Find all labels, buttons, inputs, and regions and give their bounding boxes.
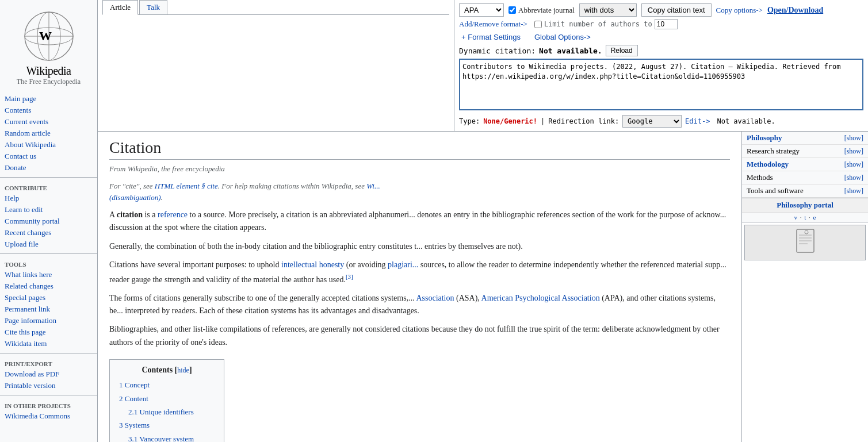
contents-list: 1 Concept 2 Content 2.1 Unique identifie… [119,378,215,442]
add-remove-format-link[interactable]: Add/Remove format-> [459,20,527,29]
intellectual-honesty-link[interactable]: intellectual honesty [281,260,344,269]
tab-talk[interactable]: Talk [139,0,167,14]
sidebar-item-random-article[interactable]: Random article [0,128,97,139]
sidebar-item-contents[interactable]: Contents [0,105,97,116]
sidebar-item-related-changes[interactable]: Related changes [0,280,97,292]
sidebar-item-about-wikipedia[interactable]: About Wikipedia [0,139,97,151]
from-wiki: From Wikipedia, the free encyclopedia [109,164,730,174]
sidebar-item-printable-version[interactable]: Printable version [0,380,97,391]
dynamic-citation-label: Dynamic citation: [459,47,536,55]
html-element-link[interactable]: HTML element § cite [155,182,218,190]
other-projects-heading: In other projects [0,400,97,410]
format-select[interactable]: APA MLA Chicago Harvard [459,3,504,17]
tab-article[interactable]: Article [102,0,138,15]
abbreviate-label[interactable]: Abbreviate journal [508,6,575,15]
apa-link[interactable]: American Psychological Association [481,294,600,302]
sidebar-item-what-links-here[interactable]: What links here [0,269,97,280]
sidebar-item-recent-changes[interactable]: Recent changes [0,227,97,239]
format-settings-button[interactable]: + Format Settings [459,32,523,43]
para-4: The forms of citations generally subscri… [109,292,730,318]
contents-link-1[interactable]: 1 Concept [119,380,150,389]
contents-link-31[interactable]: 3.1 Vancouver system [128,435,194,442]
sidebar-item-special-pages[interactable]: Special pages [0,292,97,303]
sidebar-item-wikidata-item[interactable]: Wikidata item [0,338,97,349]
vtl-t-link[interactable]: t [804,214,806,221]
abbreviate-text: Abbreviate journal [518,6,575,15]
sidebar-item-upload-file[interactable]: Upload file [0,239,97,250]
sidebar-right-row-3: Methods [show] [742,171,868,185]
para-2: Generally, the combination of both the i… [109,240,730,253]
limit-authors-checkbox[interactable] [534,21,542,28]
wiki-logo: W Wikipedia The Free Encyclopedia [0,5,97,89]
sr-label-tools: Tools and software [747,186,804,195]
edit-link[interactable]: Edit-> [685,117,710,125]
sidebar-item-community-portal[interactable]: Community portal [0,216,97,227]
list-item: 1 Concept [119,378,215,391]
copy-citation-button[interactable]: Copy citation text [641,3,712,17]
not-available-text: Not available. [717,117,775,125]
main-area: Article Talk APA MLA Chicago Harvard [98,0,868,442]
para-5: Bibliographies, and other list-like comp… [109,323,730,349]
copy-options-link[interactable]: Copy options-> [716,6,763,15]
type-label: Type: [459,117,480,125]
reference-link[interactable]: reference [158,210,188,219]
limit-authors-row: Limit number of authors to [534,19,678,29]
type-row: Type: None/Generic! | Redirection link: … [459,115,863,128]
sidebar-item-learn-to-edit[interactable]: Learn to edit [0,204,97,216]
list-item: 3.1 Vancouver system [119,432,215,442]
sidebar-item-permanent-link[interactable]: Permanent link [0,303,97,315]
sidebar-right-row-2: Methodology [show] [742,158,868,171]
sr-show-methodology[interactable]: [show] [844,160,863,169]
nav-section-main: Main page Contents Current events Random… [0,93,97,174]
wikipedia-subtitle: The Free Encyclopedia [5,78,93,86]
sr-show-tools[interactable]: [show] [844,187,863,195]
article-content: Citation From Wikipedia, the free encycl… [98,132,741,442]
open-download-link[interactable]: Open/Download [767,6,823,15]
sidebar-item-main-page[interactable]: Main page [0,93,97,105]
contents-hide-link[interactable]: hide [177,366,189,374]
wikipedia-globe-icon: W [23,10,75,62]
nav-section-print: Print/export Download as PDF Printable v… [0,358,97,391]
contents-link-2[interactable]: 2 Content [119,394,148,403]
sr-show-methods[interactable]: [show] [844,174,863,182]
thumbnail-image [745,225,865,260]
print-heading: Print/export [0,358,97,368]
contents-link-21[interactable]: 2.1 Unique identifiers [128,408,194,416]
wiki-cite-link[interactable]: Wi... [366,182,380,190]
vtl-e-link[interactable]: e [813,214,816,221]
asa-link[interactable]: Association [416,294,454,302]
redirect-select[interactable]: Google Bing DuckDuckGo [622,115,682,128]
nav-section-tools: Tools What links here Related changes Sp… [0,259,97,349]
sidebar-divider-2 [0,253,97,254]
sidebar-item-page-information[interactable]: Page information [0,315,97,326]
sr-portal[interactable]: Philosophy portal [742,198,868,212]
plagiarism-link[interactable]: plagiari... [388,260,418,269]
with-dots-select[interactable]: with dots without dots [579,3,637,17]
sidebar-item-help[interactable]: Help [0,193,97,204]
sidebar-item-contact-us[interactable]: Contact us [0,151,97,162]
sidebar-item-download-pdf[interactable]: Download as PDF [0,368,97,380]
article-intro: For "cite", see HTML element § cite. For… [109,180,730,203]
sidebar-item-cite-this-page[interactable]: Cite this page [0,326,97,338]
list-item: 3 Systems [119,418,215,432]
citation-textarea[interactable]: Contributors to Wikimedia projects. (202… [459,59,863,110]
ref-3[interactable]: [3] [346,273,353,280]
contents-link-3[interactable]: 3 Systems [119,421,150,429]
sr-label-methodology[interactable]: Methodology [747,160,789,169]
sidebar-item-wikimedia-commons[interactable]: Wikimedia Commons [0,410,97,422]
disambiguation-link[interactable]: (disambiguation) [109,193,161,202]
sr-label-philosophy[interactable]: Philosophy [747,133,782,143]
article-wrapper: Citation From Wikipedia, the free encycl… [98,132,868,442]
para-1: A citation is a reference to a source. M… [109,209,730,235]
sidebar-item-donate[interactable]: Donate [0,162,97,174]
sidebar-item-current-events[interactable]: Current events [0,116,97,128]
global-options-button[interactable]: Global Options-> [532,32,593,43]
limit-authors-input[interactable] [655,19,678,29]
vtl-v-link[interactable]: v [794,214,798,221]
sidebar-right: Philosophy [show] Research strategy [sho… [741,132,868,442]
reload-button[interactable]: Reload [606,45,638,56]
article-title: Citation [109,139,730,160]
sr-show-research[interactable]: [show] [844,147,863,156]
abbreviate-checkbox[interactable] [508,6,516,14]
sr-show-philosophy[interactable]: [show] [844,134,863,143]
